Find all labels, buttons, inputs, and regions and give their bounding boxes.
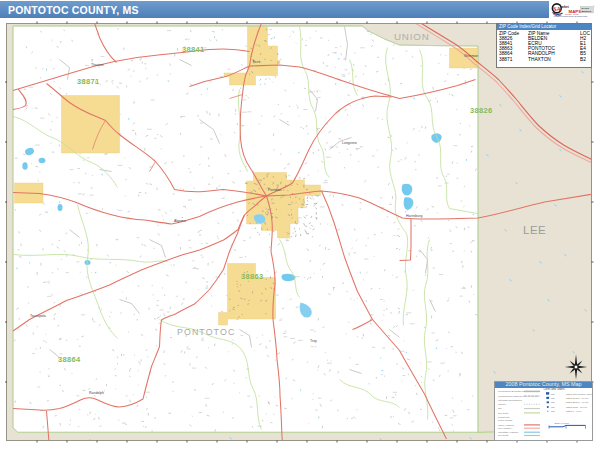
svg-text:Cities 25,000 - 49,999: Cities 25,000 - 49,999: [566, 401, 589, 404]
svg-text:Cities 50,000 - 99,999: Cities 50,000 - 99,999: [566, 397, 589, 400]
svg-text:ZIP: ZIP: [498, 407, 502, 410]
svg-text:Jurisdictional National and Pr: Jurisdictional National and Provincial: [498, 394, 539, 397]
svg-text:City: City: [551, 401, 556, 403]
svg-text:Minor Roads: Minor Roads: [498, 419, 513, 422]
svg-text:Scale in Miles: Scale in Miles: [554, 422, 569, 424]
svg-text:City: City: [551, 397, 556, 399]
svg-text:Cities 100,000 and Above: Cities 100,000 and Above: [566, 392, 593, 395]
svg-text:City: City: [551, 392, 556, 394]
svg-text:City: City: [551, 410, 556, 412]
svg-text:Toll Road: Toll Road: [498, 434, 509, 437]
svg-text:Cities 5,000 - 24,999: Cities 5,000 - 24,999: [566, 406, 588, 409]
svg-text:Cities 1 - 4,999: Cities 1 - 4,999: [566, 410, 582, 413]
svg-text:ZIP Code: ZIP Code: [498, 411, 509, 414]
svg-text:Interstate Boundaries: Interstate Boundaries: [498, 399, 523, 402]
svg-text:US Highway: US Highway: [498, 427, 513, 430]
svg-text:City: City: [551, 406, 556, 408]
svg-text:Geographic Boundaries: Geographic Boundaries: [498, 390, 525, 393]
svg-text:County: County: [498, 403, 507, 406]
svg-text:Cities and Towns: Cities and Towns: [543, 388, 565, 391]
